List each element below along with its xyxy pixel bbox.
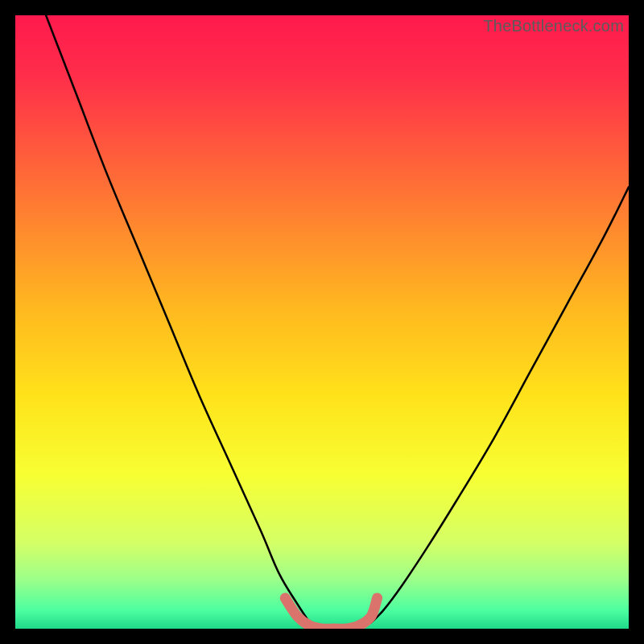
right-curve-path xyxy=(371,187,629,622)
chart-frame: TheBottleneck.com xyxy=(15,15,629,629)
watermark-text: TheBottleneck.com xyxy=(483,17,624,35)
valley-accent-path xyxy=(285,598,377,629)
bottleneck-curve xyxy=(15,15,629,629)
left-curve-path xyxy=(46,15,310,622)
